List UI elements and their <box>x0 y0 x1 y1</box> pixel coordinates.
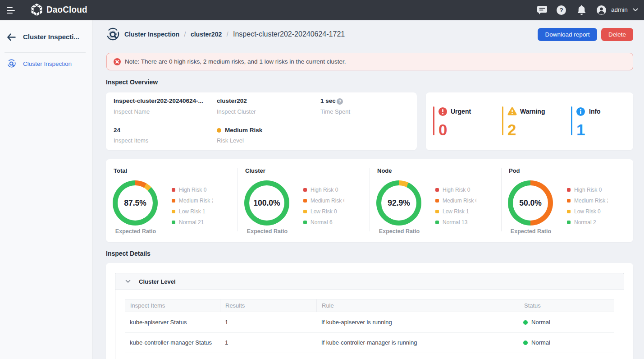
svg-text:?: ? <box>338 99 341 104</box>
svg-text:?: ? <box>559 7 563 14</box>
